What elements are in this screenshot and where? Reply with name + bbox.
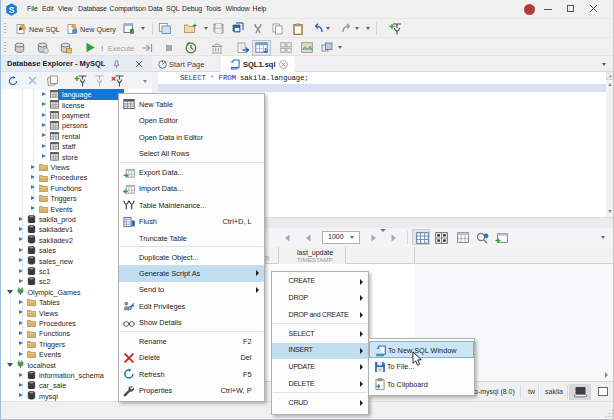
svg-text:S: S [9,4,15,14]
